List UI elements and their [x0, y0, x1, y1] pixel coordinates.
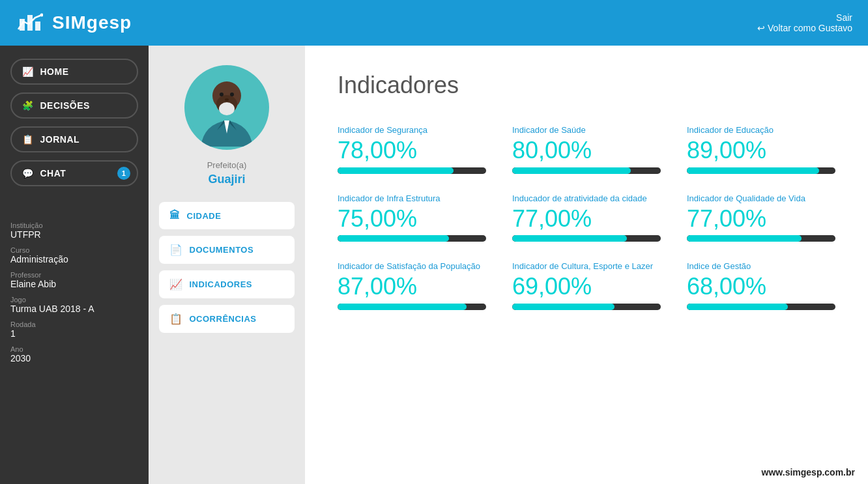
sidebar-item-chat[interactable]: 💬CHAT1: [10, 160, 138, 186]
indicator-seguranca-label: Indicador de Segurança: [338, 125, 486, 135]
indicator-gestao-bar: [687, 304, 788, 310]
cidade-label: CIDADE: [187, 211, 222, 221]
home-label: HOME: [40, 66, 69, 77]
indicator-satisfacao-bar-container: [338, 304, 486, 310]
header-right: Sair ↩ Voltar como Gustavo: [757, 12, 852, 33]
jogo-label: Jogo: [10, 296, 138, 304]
sair-button[interactable]: Sair: [757, 12, 852, 23]
profile-nav-ocorrencias[interactable]: 📋OCORRÊNCIAS: [159, 305, 295, 333]
jornal-label: JORNAL: [40, 134, 80, 145]
indicators-area: Indicadores Indicador de Segurança 78,00…: [305, 46, 868, 484]
indicator-qualidade-vida-bar-container: [687, 235, 835, 242]
indicator-cultura-bar-container: [512, 304, 661, 310]
chat-icon: 💬: [22, 168, 34, 178]
indicator-satisfacao-value: 87,00%: [338, 274, 486, 300]
indicator-cultura-label: Indicador de Cultura, Esporte e Lazer: [512, 261, 661, 271]
indicator-atratividade: Inducador de atratividade da cidade 77,0…: [512, 193, 661, 242]
indicator-qualidade-vida: Indicador de Qualidade de Vida 77,00%: [687, 193, 835, 242]
indicadores-icon: 📈: [169, 278, 183, 291]
indicator-qualidade-vida-label: Indicador de Qualidade de Vida: [687, 193, 835, 203]
profile-nav-indicadores[interactable]: 📈INDICADORES: [159, 270, 295, 298]
indicator-satisfacao: Indicador de Satisfação da População 87,…: [338, 261, 486, 310]
indicator-gestao-value: 68,00%: [687, 274, 835, 300]
professor-label: Professor: [10, 271, 138, 279]
content-area: Prefeito(a) Guajiri 🏛CIDADE📄DOCUMENTOS📈I…: [149, 46, 868, 484]
rodada-label: Rodada: [10, 320, 138, 328]
profile-nav-cidade[interactable]: 🏛CIDADE: [159, 202, 295, 229]
sidebar-item-home[interactable]: 📈HOME: [10, 59, 138, 85]
indicator-cultura-value: 69,00%: [512, 274, 661, 300]
indicator-educacao: Indicador de Educação 89,00%: [687, 125, 835, 174]
decisoes-label: DECISÕES: [40, 100, 90, 111]
indicator-seguranca-bar-container: [338, 167, 486, 174]
chat-label: CHAT: [40, 168, 66, 178]
instituicao-label: Instituição: [10, 221, 138, 229]
indicator-infra-value: 75,00%: [338, 206, 486, 232]
home-icon: 📈: [22, 66, 34, 77]
logo-area: SIMgesp: [16, 8, 132, 37]
indicator-educacao-label: Indicador de Educação: [687, 125, 835, 135]
indicator-infra-bar: [338, 235, 449, 242]
indicator-satisfacao-label: Indicador de Satisfação da População: [338, 261, 486, 271]
indicator-gestao-label: Indice de Gestão: [687, 261, 835, 271]
profile-panel: Prefeito(a) Guajiri 🏛CIDADE📄DOCUMENTOS📈I…: [149, 46, 305, 484]
indicator-saude-bar: [512, 167, 631, 174]
indicator-cultura: Indicador de Cultura, Esporte e Lazer 69…: [512, 261, 661, 310]
indicator-seguranca-bar: [338, 167, 454, 174]
indicators-grid: Indicador de Segurança 78,00% Indicador …: [338, 125, 835, 310]
curso-value: Administração: [10, 254, 138, 264]
indicator-atratividade-bar: [512, 235, 627, 242]
indicator-educacao-bar-container: [687, 167, 835, 174]
logo-icon: [16, 8, 44, 37]
cidade-icon: 🏛: [169, 210, 181, 221]
documentos-label: DOCUMENTOS: [190, 245, 254, 255]
jogo-value: Turma UAB 2018 - A: [10, 304, 138, 314]
voltar-button[interactable]: ↩ Voltar como Gustavo: [757, 23, 852, 33]
indicator-atratividade-label: Inducador de atratividade da cidade: [512, 193, 661, 203]
avatar: [184, 65, 269, 150]
indicator-educacao-value: 89,00%: [687, 137, 835, 164]
indicator-saude-bar-container: [512, 167, 661, 174]
logo-text: SIMgesp: [52, 12, 132, 33]
indicator-qualidade-vida-value: 77,00%: [687, 206, 835, 232]
indicator-gestao-bar-container: [687, 304, 835, 310]
ocorrencias-icon: 📋: [169, 313, 183, 325]
decisoes-icon: 🧩: [22, 100, 34, 111]
profile-name: Guajiri: [208, 173, 245, 186]
indicator-educacao-bar: [687, 167, 819, 174]
sidebar: 📈HOME🧩DECISÕES📋JORNAL💬CHAT1 Instituição …: [0, 46, 149, 484]
indicator-qualidade-vida-bar: [687, 235, 802, 242]
chat-badge: 1: [117, 167, 130, 180]
header: SIMgesp Sair ↩ Voltar como Gustavo: [0, 0, 868, 46]
indicator-cultura-bar: [512, 304, 615, 310]
curso-label: Curso: [10, 246, 138, 254]
indicator-saude-label: Indicador de Saúde: [512, 125, 661, 135]
indicator-seguranca: Indicador de Segurança 78,00%: [338, 125, 486, 174]
indicator-seguranca-value: 78,00%: [338, 137, 486, 164]
svg-point-10: [225, 98, 229, 101]
profile-title: Prefeito(a): [207, 160, 247, 170]
svg-rect-2: [35, 21, 40, 31]
svg-point-8: [220, 93, 224, 96]
indicator-satisfacao-bar: [338, 304, 467, 310]
rodada-value: 1: [10, 328, 138, 339]
sidebar-item-jornal[interactable]: 📋JORNAL: [10, 126, 138, 152]
profile-nav-documentos[interactable]: 📄DOCUMENTOS: [159, 236, 295, 264]
footer-watermark: www.simgesp.com.br: [762, 467, 855, 477]
indicator-gestao: Indice de Gestão 68,00%: [687, 261, 835, 310]
sidebar-item-decisoes[interactable]: 🧩DECISÕES: [10, 93, 138, 119]
svg-point-7: [219, 102, 235, 115]
indicator-infra: Indicador de Infra Estrutura 75,00%: [338, 193, 486, 242]
ocorrencias-label: OCORRÊNCIAS: [190, 314, 257, 324]
instituicao-value: UTFPR: [10, 229, 138, 240]
ano-value: 2030: [10, 353, 138, 363]
indicator-saude: Indicador de Saúde 80,00%: [512, 125, 661, 174]
indicator-atratividade-bar-container: [512, 235, 661, 242]
indicator-saude-value: 80,00%: [512, 137, 661, 164]
indicator-infra-label: Indicador de Infra Estrutura: [338, 193, 486, 203]
main-layout: 📈HOME🧩DECISÕES📋JORNAL💬CHAT1 Instituição …: [0, 46, 868, 484]
professor-value: Elaine Abib: [10, 279, 138, 289]
indicator-atratividade-value: 77,00%: [512, 206, 661, 232]
indicator-infra-bar-container: [338, 235, 486, 242]
jornal-icon: 📋: [22, 134, 34, 145]
